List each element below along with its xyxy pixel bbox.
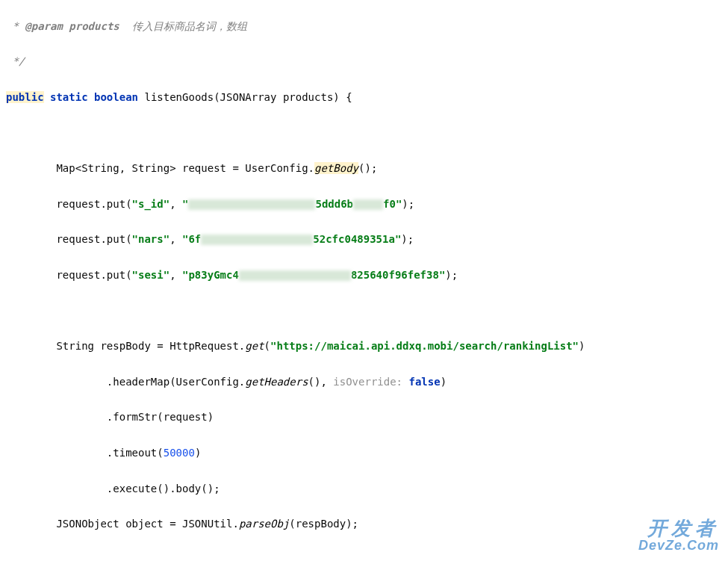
code-line: .formStr(request) bbox=[6, 409, 722, 427]
code-line: .timeout(50000) bbox=[6, 444, 722, 462]
code-line: request.put("sesi", "p83yGmc4825640f96fe… bbox=[6, 267, 722, 285]
watermark-en: DevZe.Com bbox=[638, 539, 719, 554]
code-line: JSONObject object = JSONUtil.parseObj(re… bbox=[6, 515, 722, 533]
code-line: request.put("nars", "6f52cfc0489351a"); bbox=[6, 231, 722, 249]
code-line: Map<String, String> request = UserConfig… bbox=[6, 160, 722, 178]
code-line: .execute().body(); bbox=[6, 480, 722, 498]
redacted-text bbox=[353, 199, 383, 210]
code-line: String respBody = HttpRequest.get("https… bbox=[6, 338, 722, 356]
redacted-text bbox=[188, 199, 315, 210]
redacted-text bbox=[239, 270, 351, 281]
watermark: 开发者 DevZe.Com bbox=[638, 518, 719, 554]
blank-line bbox=[6, 303, 722, 320]
watermark-cn: 开发者 bbox=[638, 518, 719, 539]
method-signature: public static boolean listenGoods(JSONAr… bbox=[6, 89, 722, 107]
blank-line bbox=[6, 551, 722, 561]
blank-line bbox=[6, 125, 722, 143]
code-editor: * @param products 传入目标商品名词，数组 */ public … bbox=[0, 0, 728, 561]
code-line: */ bbox=[6, 53, 722, 71]
code-line: * @param products 传入目标商品名词，数组 bbox=[6, 18, 722, 36]
code-line: request.put("s_id", "5ddd6bf0"); bbox=[6, 196, 722, 214]
code-line: .headerMap(UserConfig.getHeaders(), isOv… bbox=[6, 374, 722, 391]
redacted-text bbox=[201, 235, 313, 245]
